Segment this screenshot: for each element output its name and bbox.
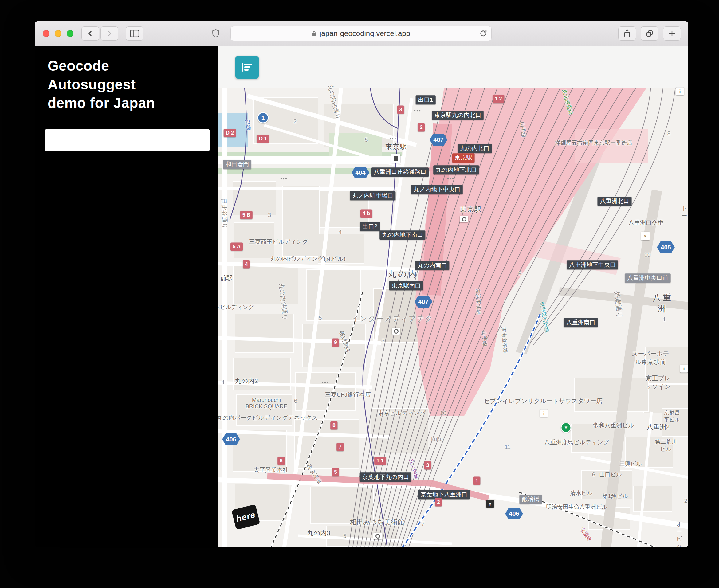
map-layers-button[interactable] [235, 56, 259, 79]
tabs-icon [646, 30, 653, 37]
share-button[interactable] [618, 26, 636, 41]
chevron-right-icon [106, 30, 113, 37]
url-text: japan-geocoding.vercel.app [320, 29, 410, 38]
map-graphics [218, 46, 688, 547]
minimize-window-button[interactable] [55, 30, 61, 37]
zoom-window-button[interactable] [67, 30, 74, 37]
share-icon [623, 29, 631, 38]
close-window-button[interactable] [43, 30, 49, 37]
map-canvas[interactable]: 出口1東京駅丸の内北口丸の内北口八重洲口連絡通路口丸の内地下北口丸ノ内地下中央口… [218, 46, 688, 547]
reload-button[interactable] [479, 29, 488, 40]
privacy-shield-button[interactable] [209, 26, 223, 41]
back-button[interactable] [81, 26, 99, 41]
browser-window: japan-geocoding.vercel.app Geocode Autos… [35, 21, 688, 547]
shield-icon [212, 29, 219, 38]
plus-icon [669, 30, 675, 37]
search-input[interactable] [44, 129, 210, 151]
url-bar[interactable]: japan-geocoding.vercel.app [230, 26, 492, 41]
new-tab-button[interactable] [663, 26, 681, 41]
sidebar-icon [130, 30, 139, 37]
list-menu-icon [242, 62, 252, 72]
app-sidebar: Geocode Autosuggest demo for Japan [35, 46, 218, 547]
window-controls [43, 30, 74, 37]
sidebar-toggle-button[interactable] [126, 26, 143, 41]
chevron-left-icon [87, 30, 94, 37]
page-title: Geocode Autosuggest demo for Japan [48, 57, 218, 112]
here-logo-text: here [235, 510, 256, 524]
reload-icon [479, 29, 488, 38]
tab-overview-button[interactable] [641, 26, 658, 41]
browser-toolbar: japan-geocoding.vercel.app [35, 21, 688, 46]
lock-icon [312, 31, 316, 37]
forward-button[interactable] [101, 26, 118, 41]
